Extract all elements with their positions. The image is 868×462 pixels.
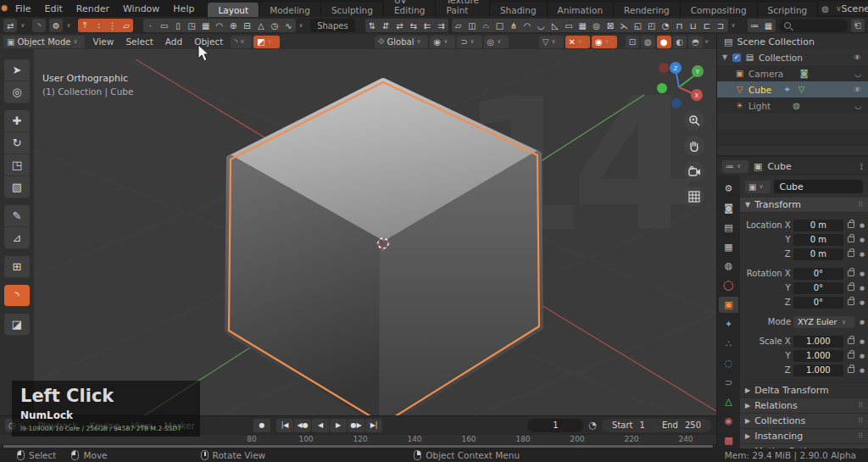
align-6-icon[interactable]: ⇉ bbox=[434, 19, 448, 32]
shading-material[interactable]: ◐ bbox=[673, 36, 687, 48]
animate-dot[interactable]: ● bbox=[860, 270, 865, 277]
shape-arc-icon[interactable]: ◠ bbox=[213, 19, 226, 32]
animate-dot[interactable]: ● bbox=[860, 237, 865, 243]
animate-dot[interactable]: ● bbox=[860, 299, 865, 306]
nav-gizmo[interactable]: Z Y X bbox=[654, 56, 708, 110]
drag-grip-icon[interactable]: ⠿ bbox=[858, 432, 863, 440]
tab-modifiers[interactable]: ✦ bbox=[719, 316, 738, 332]
list-dropdown-icon[interactable]: ≔ bbox=[748, 19, 761, 32]
misc-11-icon[interactable]: ◎ bbox=[589, 19, 603, 32]
orientation-dropdown[interactable]: ⟐Global∨ bbox=[375, 36, 429, 48]
tool-rotate[interactable]: ↻ bbox=[4, 132, 30, 154]
object-name-field[interactable]: Cube bbox=[774, 180, 863, 193]
select[interactable]: Select bbox=[120, 36, 159, 47]
location-x-field[interactable]: 0 m bbox=[793, 220, 843, 231]
animate-dot[interactable]: ● bbox=[860, 353, 865, 359]
scene-name[interactable]: Scene bbox=[842, 3, 868, 14]
tab-view-layer[interactable]: ▦ bbox=[719, 239, 738, 255]
rotation-mode-dropdown[interactable]: XYZ Euler∨ bbox=[793, 316, 854, 328]
overlays-toggle[interactable]: ◉∨ bbox=[592, 36, 617, 48]
tab-tool[interactable]: ⚙ bbox=[719, 181, 738, 197]
collapse-icon[interactable]: ▼ bbox=[745, 201, 750, 209]
tab-scene[interactable]: ◍ bbox=[719, 258, 738, 274]
keyframe-box-icon[interactable]: ▱ bbox=[120, 19, 133, 32]
pan-hand-button[interactable] bbox=[684, 136, 704, 156]
frame-range[interactable]: Start 1 End 250 bbox=[602, 419, 711, 432]
shading-solid[interactable]: ● bbox=[657, 36, 671, 48]
collections-panel[interactable]: ▶Collections⠿ bbox=[740, 413, 868, 428]
rendering[interactable]: Rendering bbox=[614, 3, 681, 17]
prev-keyframe-button[interactable]: ◀● bbox=[294, 419, 311, 432]
sculpting[interactable]: Sculpting bbox=[321, 3, 384, 17]
tab-texture[interactable]: ▩ bbox=[719, 432, 738, 448]
drag-grip-icon[interactable]: ⠿ bbox=[858, 417, 863, 425]
orthographic-grid-button[interactable] bbox=[684, 186, 704, 207]
align-4-icon[interactable]: ⇆ bbox=[407, 19, 420, 32]
pin-icon[interactable]: ⟟ bbox=[860, 161, 863, 172]
align-2-icon[interactable]: ⇵ bbox=[379, 19, 392, 32]
tool-scale[interactable]: ◳ bbox=[4, 154, 30, 176]
location-y-field[interactable]: 0 m bbox=[793, 234, 843, 246]
misc-18-icon[interactable]: ⊔ bbox=[687, 19, 700, 32]
snap-toggle[interactable]: ⊃∨ bbox=[457, 36, 481, 48]
shading[interactable]: Shading bbox=[490, 3, 548, 17]
misc-9-icon[interactable]: ▭ bbox=[562, 19, 576, 32]
eye-closed-icon[interactable]: ◡ bbox=[854, 102, 865, 110]
jump-end-button[interactable]: ▶| bbox=[365, 419, 382, 432]
scene-selector[interactable]: ◍ ∨ Scene ⧉ ✕ bbox=[818, 2, 868, 15]
misc-1-icon[interactable]: ▱ bbox=[452, 19, 465, 32]
misc-17-icon[interactable]: ⊓ bbox=[672, 19, 686, 32]
misc-3-icon[interactable]: ⌓ bbox=[479, 19, 492, 32]
keying-set-icon[interactable]: ⋮ bbox=[106, 19, 120, 32]
blender-logo-icon[interactable]: ✹ bbox=[0, 0, 8, 17]
misc-2-icon[interactable]: ◫ bbox=[465, 19, 479, 32]
drag-grip-icon[interactable]: ⠿ bbox=[858, 201, 863, 209]
misc-19-icon[interactable]: ⊏ bbox=[700, 19, 714, 32]
visibility-dropdown[interactable]: ▽∨ bbox=[539, 36, 564, 48]
shape-corner-icon[interactable]: ◳ bbox=[185, 19, 198, 32]
tool-settings-dropdown[interactable]: ◝∨ bbox=[231, 36, 252, 48]
outliner-row-camera[interactable]: ▣ Camera ◙ ◡ bbox=[717, 65, 868, 81]
tab-material[interactable]: ◉ bbox=[719, 413, 738, 429]
file[interactable]: File bbox=[8, 3, 37, 14]
current-frame-field[interactable]: 1 bbox=[527, 419, 583, 432]
lock-icon[interactable] bbox=[848, 353, 854, 359]
drag-grip-icon[interactable]: ⠿ bbox=[858, 402, 863, 409]
tool-round-corner[interactable]: ◝ bbox=[4, 285, 30, 307]
misc-4-icon[interactable]: □ bbox=[492, 19, 506, 32]
instancing-panel[interactable]: ▶Instancing⠿ bbox=[740, 428, 868, 443]
scale-z-field[interactable]: 1.000 bbox=[793, 365, 843, 376]
rotation-x-field[interactable]: 0° bbox=[793, 268, 843, 280]
tab-particles[interactable]: ∴ bbox=[719, 336, 738, 352]
misc-16-icon[interactable]: ◔ bbox=[659, 19, 672, 32]
tool-add-cube[interactable]: ⊞ bbox=[4, 256, 30, 278]
lock-icon[interactable] bbox=[848, 367, 854, 373]
relations-panel[interactable]: ▶Relations⠿ bbox=[740, 398, 868, 413]
compositing[interactable]: Compositing bbox=[681, 3, 758, 17]
lock-icon[interactable] bbox=[848, 285, 854, 291]
animate-dot[interactable]: ● bbox=[860, 338, 865, 345]
lock-icon[interactable] bbox=[848, 338, 854, 344]
lock-icon[interactable] bbox=[848, 270, 854, 276]
next-keyframe-button[interactable]: ●▶ bbox=[348, 419, 364, 432]
uv-editing[interactable]: UV Editing bbox=[384, 0, 437, 17]
rotation-z-field[interactable]: 0° bbox=[793, 297, 843, 309]
transform-panel-header[interactable]: ▼ Transform ⠿ bbox=[740, 198, 868, 213]
keyframe-jump-icon[interactable]: ⤒ bbox=[78, 19, 92, 32]
animate-dot[interactable]: ● bbox=[860, 251, 865, 258]
align-5-icon[interactable]: ⇇ bbox=[420, 19, 434, 32]
view[interactable]: View bbox=[86, 36, 120, 47]
tool-annotate[interactable]: ✎ bbox=[4, 205, 30, 227]
tool-measure[interactable]: ⊿ bbox=[4, 227, 30, 249]
shape-quarter-icon[interactable]: ◷ bbox=[268, 19, 281, 32]
outliner-row-light[interactable]: ☀ Light ◍ ◡ bbox=[717, 97, 868, 114]
eye-open-icon[interactable]: 👁︎ bbox=[854, 86, 865, 94]
shapes-field[interactable]: Shapes bbox=[310, 19, 355, 32]
scale-x-field[interactable]: 1.000 bbox=[793, 336, 843, 348]
texture-paint[interactable]: Texture Paint bbox=[436, 0, 489, 17]
align-1-icon[interactable]: ⇅ bbox=[365, 19, 379, 32]
shape-point-icon[interactable]: · bbox=[143, 19, 157, 32]
zoom-button[interactable] bbox=[684, 110, 704, 131]
misc-7-icon[interactable]: ◡ bbox=[534, 19, 548, 32]
shading-wireframe[interactable]: ◍ bbox=[641, 36, 655, 48]
